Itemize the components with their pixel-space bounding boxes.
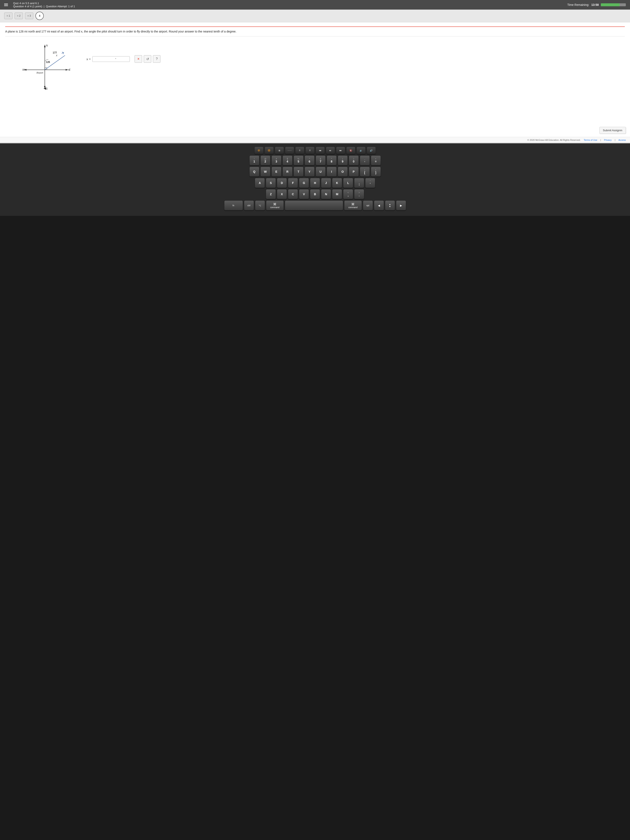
timer-bar-fill <box>601 3 620 6</box>
key-c[interactable]: C <box>288 189 298 199</box>
east-distance-label: 126 <box>46 61 50 63</box>
key-arrow-right[interactable]: ▶ <box>396 201 406 210</box>
key-quote[interactable]: "' <box>365 178 375 188</box>
key-q[interactable]: Q <box>249 167 259 177</box>
key-5[interactable]: %5 <box>294 155 303 166</box>
key-minus[interactable]: _- <box>360 155 370 166</box>
key-fn[interactable]: fn <box>224 201 243 210</box>
nav-question-4[interactable]: 4 <box>35 12 44 20</box>
key-6[interactable]: ^6 <box>305 155 314 166</box>
x-angle-label: x <box>56 54 57 57</box>
key-n[interactable]: N <box>321 189 331 199</box>
quiz-title-area: Quiz 4 on 5.5 and 6.1 Question 4 of 4 (1… <box>4 2 75 8</box>
nav-question-2[interactable]: = 2 <box>14 13 23 19</box>
key-semicolon[interactable]: :; <box>354 178 364 188</box>
svg-marker-3 <box>44 45 46 47</box>
key-brightness-up[interactable]: 🔆 <box>265 147 274 154</box>
bottom-row: fn ctrl ⌥ ⌘ command ⌘ command opt ◀ ▲ ▼ … <box>221 201 409 210</box>
key-fastforward[interactable]: ⏭ <box>336 147 345 154</box>
key-2[interactable]: @2 <box>261 155 270 166</box>
key-mute[interactable]: 🔇 <box>346 147 355 154</box>
key-vol-down[interactable]: 🔉 <box>357 147 366 154</box>
key-1[interactable]: !1 <box>249 155 259 166</box>
key-period[interactable]: >. <box>354 189 364 199</box>
key-bracket-close[interactable]: }] <box>371 167 381 177</box>
nav-question-3[interactable]: = 3 <box>25 13 33 19</box>
undo-button[interactable]: ↺ <box>144 55 151 63</box>
key-play[interactable]: ⏯ <box>326 147 335 154</box>
key-l[interactable]: L <box>343 178 353 188</box>
help-button[interactable]: ? <box>153 55 160 63</box>
key-8[interactable]: *8 <box>327 155 337 166</box>
submit-button[interactable]: Submit Assignm <box>599 127 626 134</box>
key-r[interactable]: R <box>283 167 292 177</box>
key-p[interactable]: P <box>349 167 359 177</box>
key-f6[interactable]: ⠿ <box>305 147 314 154</box>
key-7[interactable]: &7 <box>316 155 325 166</box>
hamburger-menu[interactable] <box>4 3 8 6</box>
key-x[interactable]: X <box>277 189 287 199</box>
key-option-left[interactable]: ⌥ <box>255 201 265 210</box>
key-i[interactable]: I <box>327 167 337 177</box>
key-command-right[interactable]: ⌘ command <box>344 201 362 210</box>
key-h[interactable]: H <box>310 178 320 188</box>
key-y[interactable]: Y <box>305 167 314 177</box>
key-brightness-down[interactable]: 🔅 <box>254 147 264 154</box>
key-o[interactable]: O <box>338 167 348 177</box>
key-a[interactable]: A <box>255 178 265 188</box>
asdf-row: A S D F G H J K L :; "' <box>221 178 409 188</box>
zxcv-row: Z X C V B N M <, >. <box>221 189 409 199</box>
clear-button[interactable]: × <box>134 55 142 63</box>
key-option-right[interactable]: opt <box>363 201 373 210</box>
key-u[interactable]: U <box>316 167 325 177</box>
key-s[interactable]: S <box>266 178 276 188</box>
key-9[interactable]: (9 <box>338 155 348 166</box>
key-comma[interactable]: <, <box>343 189 353 199</box>
key-g[interactable]: G <box>299 178 309 188</box>
key-v[interactable]: V <box>299 189 309 199</box>
key-e[interactable]: E <box>272 167 281 177</box>
answer-input[interactable] <box>94 57 115 61</box>
svg-marker-5 <box>44 86 46 88</box>
diagram-svg: N S E W ✈ 177 126 <box>22 43 80 97</box>
main-content: A plane is 126 mi north and 177 mi east … <box>0 22 630 137</box>
access-link[interactable]: Access <box>619 139 626 141</box>
key-equals[interactable]: += <box>371 155 381 166</box>
key-b[interactable]: B <box>310 189 320 199</box>
key-ctrl[interactable]: ctrl <box>244 201 254 210</box>
key-rewind[interactable]: ⏮ <box>316 147 325 154</box>
privacy-link[interactable]: Privacy <box>604 139 612 141</box>
quiz-info: Quiz 4 on 5.5 and 6.1 Question 4 of 4 (1… <box>13 2 75 8</box>
key-m[interactable]: M <box>332 189 342 199</box>
terms-link[interactable]: Terms of Use <box>584 139 597 141</box>
key-space[interactable] <box>285 201 343 210</box>
key-arrow-updown[interactable]: ▲ ▼ <box>385 201 395 210</box>
key-f5[interactable]: ⠿ <box>295 147 305 154</box>
key-3[interactable]: #3 <box>272 155 281 166</box>
timer-bar <box>601 3 626 6</box>
key-w[interactable]: W <box>261 167 270 177</box>
action-buttons: × ↺ ? <box>134 55 160 63</box>
key-d[interactable]: D <box>277 178 287 188</box>
key-arrow-left[interactable]: ◀ <box>374 201 384 210</box>
fn-row: 🔅 🔆 ⊞ ⋯⋯ ⠿ ⠿ ⏮ ⏯ ⏭ 🔇 🔉 🔊 <box>221 147 409 154</box>
key-j[interactable]: J <box>321 178 331 188</box>
nav-question-1[interactable]: = 1 <box>4 13 13 19</box>
key-launchpad[interactable]: ⋯⋯ <box>285 147 294 154</box>
key-t[interactable]: T <box>294 167 303 177</box>
key-z[interactable]: Z <box>266 189 276 199</box>
west-label: W <box>22 68 25 71</box>
key-mission-control[interactable]: ⊞ <box>275 147 284 154</box>
key-vol-up[interactable]: 🔊 <box>367 147 376 154</box>
key-k[interactable]: K <box>332 178 342 188</box>
diagram-area: N S E W ✈ 177 126 <box>5 41 625 102</box>
key-0[interactable]: )0 <box>349 155 359 166</box>
key-command-left[interactable]: ⌘ command <box>266 201 284 210</box>
quiz-header: Quiz 4 on 5.5 and 6.1 Question 4 of 4 (1… <box>0 0 630 9</box>
key-f[interactable]: F <box>288 178 298 188</box>
answer-input-wrapper[interactable]: ° <box>92 56 130 62</box>
question-text: A plane is 126 mi north and 177 mi east … <box>5 27 625 36</box>
key-bracket-open[interactable]: {[ <box>360 167 370 177</box>
north-distance-label: 177 <box>53 51 57 54</box>
key-4[interactable]: $4 <box>283 155 292 166</box>
